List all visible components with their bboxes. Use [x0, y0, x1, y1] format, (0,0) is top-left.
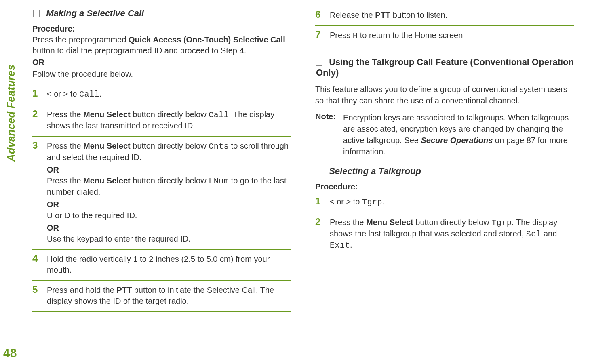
- text-run: button to listen.: [390, 11, 447, 19]
- text-run: to return to the Home screen.: [358, 31, 465, 40]
- step-number: 2: [315, 215, 327, 228]
- step-number: 5: [32, 283, 44, 296]
- ui-label: H: [353, 31, 358, 40]
- text-run: button directly below: [131, 176, 209, 185]
- ui-label: LNum: [209, 177, 229, 186]
- step-item: 1 < or > to Tgrp.: [315, 192, 574, 213]
- text-bold: PTT: [116, 286, 132, 295]
- intro-paragraph: Press the preprogrammed Quick Access (On…: [32, 34, 291, 56]
- ui-label: Cnts: [209, 142, 229, 151]
- text-run: button directly below: [131, 110, 209, 119]
- step-number: 3: [32, 139, 44, 152]
- text-run: button to dial the preprogrammed ID and …: [32, 46, 246, 55]
- text-run: < or > to: [330, 197, 362, 206]
- ui-label: Tgrp: [491, 218, 512, 227]
- side-chapter-label: Advanced Features: [5, 65, 17, 162]
- text-run: Press: [330, 31, 353, 40]
- note-label: Note:: [315, 112, 336, 157]
- book-icon: [33, 10, 40, 17]
- note-block: Note: Encryption keys are associated to …: [315, 112, 574, 157]
- page-number: 48: [3, 346, 17, 360]
- step-number: 1: [32, 87, 44, 100]
- text-run: .: [350, 240, 352, 249]
- text-run: and: [541, 229, 557, 238]
- heading-text: Using the Talkgroup Call Feature (Conven…: [316, 57, 574, 78]
- or-separator: OR: [47, 223, 291, 234]
- steps-list: 1 < or > to Call. 2 Press the Menu Selec…: [32, 84, 291, 312]
- step-number: 2: [32, 107, 44, 120]
- text-run: Press the: [47, 176, 83, 185]
- text-run: button directly below: [131, 141, 209, 150]
- step-item: 2 Press the Menu Select button directly …: [315, 213, 574, 256]
- text-bold: Menu Select: [366, 218, 413, 227]
- step-item: 7 Press H to return to the Home screen.: [315, 26, 574, 46]
- step-item: 3 Press the Menu Select button directly …: [32, 137, 291, 250]
- right-column: 6 Release the PTT button to listen. 7 Pr…: [315, 4, 574, 360]
- heading-text: Selecting a Talkgroup: [329, 166, 421, 176]
- page-content: Making a Selective Call Procedure: Press…: [0, 0, 609, 364]
- procedure-label: Procedure:: [32, 24, 291, 34]
- text-run: button directly below: [413, 218, 491, 227]
- step-number: 7: [315, 28, 327, 41]
- or-separator: OR: [47, 164, 291, 175]
- step-number: 4: [32, 252, 44, 265]
- ui-label: Call: [209, 110, 229, 120]
- ui-label: Sel: [526, 229, 542, 239]
- book-icon: [316, 168, 322, 175]
- step-item: 1 < or > to Call.: [32, 84, 291, 105]
- step-item: 5 Press and hold the PTT button to initi…: [32, 281, 291, 312]
- text-run: < or > to: [47, 89, 79, 98]
- text-run: Press the preprogrammed: [32, 35, 129, 44]
- text-run: .: [99, 89, 102, 98]
- text-run: Press the: [330, 218, 366, 227]
- left-column: Making a Selective Call Procedure: Press…: [32, 4, 291, 360]
- text-bold: Menu Select: [83, 110, 131, 119]
- section-heading-talkgroup-feature: Using the Talkgroup Call Feature (Conven…: [316, 57, 574, 78]
- text-run: Release the: [330, 11, 375, 19]
- ui-label: Exit: [330, 241, 350, 250]
- heading-text: Making a Selective Call: [46, 8, 144, 18]
- text-run: .: [382, 197, 385, 206]
- steps-list-talkgroup: 1 < or > to Tgrp. 2 Press the Menu Selec…: [315, 192, 574, 256]
- text-run: Use the keypad to enter the required ID.: [47, 234, 191, 243]
- section-heading-selective-call: Making a Selective Call: [33, 8, 291, 19]
- or-separator: OR: [47, 199, 291, 210]
- step-number: 1: [315, 195, 327, 208]
- ui-label: Call: [79, 90, 99, 99]
- step-number: 6: [315, 8, 327, 21]
- text-run: Press the: [47, 110, 83, 119]
- procedure-label: Procedure:: [315, 182, 574, 191]
- text-run: Press the: [47, 141, 83, 150]
- steps-list-continued: 6 Release the PTT button to listen. 7 Pr…: [315, 6, 574, 46]
- book-icon: [316, 59, 322, 66]
- text-run: U or D to the required ID.: [47, 211, 137, 220]
- text-bold: Menu Select: [83, 141, 131, 150]
- step-item: 6 Release the PTT button to listen.: [315, 6, 574, 26]
- follow-text: Follow the procedure below.: [32, 69, 291, 80]
- text-bold: Menu Select: [83, 176, 131, 185]
- step-item: 2 Press the Menu Select button directly …: [32, 105, 291, 137]
- text-bold-italic: Secure Operations: [421, 136, 493, 145]
- text-run: Hold the radio vertically 1 to 2 inches …: [47, 255, 270, 274]
- note-body: Encryption keys are associated to talkgr…: [343, 112, 574, 157]
- text-run: Press and hold the: [47, 286, 116, 295]
- intro-paragraph: This feature allows you to define a grou…: [315, 84, 574, 106]
- or-separator: OR: [32, 57, 291, 68]
- text-bold: Quick Access (One-Touch) Selective Call: [129, 35, 285, 44]
- ui-label: Tgrp: [362, 198, 382, 207]
- text-bold: PTT: [375, 11, 390, 19]
- section-heading-selecting-talkgroup: Selecting a Talkgroup: [316, 166, 574, 177]
- step-item: 4 Hold the radio vertically 1 to 2 inche…: [32, 250, 291, 281]
